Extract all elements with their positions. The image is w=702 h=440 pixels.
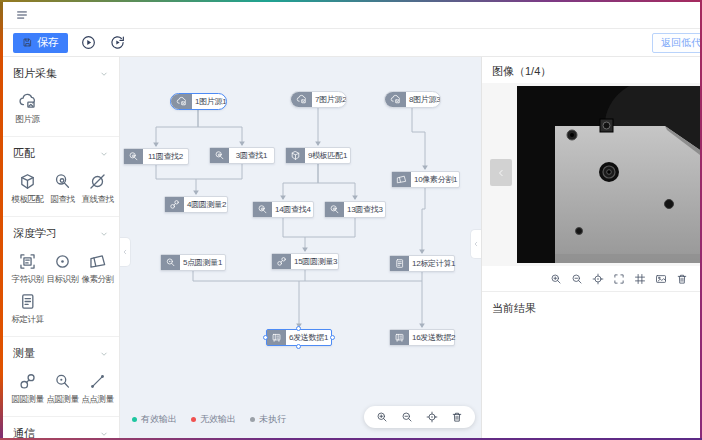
sidebar-tool-目标识别[interactable]: 目标识别	[45, 252, 80, 286]
sidebar-section-header[interactable]: 匹配	[3, 142, 119, 166]
legend-label: 无效输出	[200, 413, 236, 426]
circle-search-icon	[53, 172, 72, 191]
doc-calc-icon	[18, 292, 37, 311]
flow-node-12[interactable]: 12标定计算1	[389, 255, 455, 272]
node-label: 6发送数据1	[286, 330, 331, 345]
flow-node-16[interactable]: 16发送数据2	[389, 329, 455, 346]
flow-node-15[interactable]: 15圆圆测量3	[271, 253, 339, 270]
canvas-zoom-in-button[interactable]	[376, 411, 388, 423]
section-items: 图片源	[3, 86, 119, 129]
section-items: 字符识别目标识别像素分割标定计算	[3, 246, 119, 329]
prev-image-button[interactable]	[490, 159, 512, 186]
send-device-icon	[390, 330, 409, 345]
image-delete-button[interactable]	[676, 273, 688, 285]
canvas-zoom-out-button[interactable]	[401, 411, 413, 423]
frame-border-left	[0, 0, 3, 440]
circle-circle-icon	[18, 372, 37, 391]
sidebar-section-header[interactable]: 深度学习	[3, 222, 119, 246]
image-fullscreen-button[interactable]	[613, 273, 625, 285]
node-label: 5点圆测量1	[180, 255, 225, 270]
tool-label: 像素分割	[82, 274, 114, 286]
sidebar-tool-点圆测量[interactable]: 点圆测量	[45, 372, 80, 406]
canvas-delete-button[interactable]	[451, 411, 463, 423]
chevron-down-icon	[99, 69, 109, 79]
legend-dot	[191, 417, 196, 422]
flow-node-4[interactable]: 4圆圆测量2	[164, 196, 228, 213]
tool-label: 点点测量	[82, 394, 114, 406]
connection-handle-top[interactable]	[296, 326, 301, 331]
tool-label: 标定计算	[12, 314, 44, 326]
section-title: 匹配	[13, 146, 35, 161]
image-grid-button[interactable]	[634, 273, 646, 285]
node-label: 13圆查找3	[344, 202, 386, 217]
sidebar-section-header[interactable]: 图片采集	[3, 62, 119, 86]
run-loop-button[interactable]	[109, 34, 126, 51]
flow-node-11[interactable]: 11圆查找2	[123, 148, 189, 165]
flow-node-1[interactable]: 1图片源1	[170, 93, 227, 110]
flow-node-3[interactable]: 3圆查找1	[209, 147, 275, 164]
node-label: 16发送数据2	[409, 330, 458, 345]
chevron-down-icon	[99, 229, 109, 239]
cloud-image-icon	[291, 92, 312, 107]
image-toolbar	[482, 266, 700, 292]
flow-node-5[interactable]: 5点圆测量1	[160, 254, 226, 271]
sidebar-tool-圆圆测量[interactable]: 圆圆测量	[10, 372, 45, 406]
section-title: 深度学习	[13, 226, 57, 241]
sidebar-section-header[interactable]: 通信	[3, 422, 119, 438]
back-to-lowcode-button[interactable]: 返回低代	[652, 33, 702, 53]
sidebar-tool-模板匹配[interactable]: 模板匹配	[10, 172, 45, 206]
sidebar-section-header[interactable]: 测量	[3, 342, 119, 366]
connection-handle-left[interactable]	[263, 335, 268, 340]
flow-canvas[interactable]: 有效输出无效输出未执行 1图片源17图片源28图片源311圆查找23圆查找19模…	[120, 57, 481, 438]
sidebar-tool-圆查找[interactable]: 圆查找	[45, 172, 80, 206]
image-fit-button[interactable]	[655, 273, 667, 285]
sidebar-tool-字符识别[interactable]: 字符识别	[10, 252, 45, 286]
chevron-down-icon	[99, 349, 109, 359]
section-items: 模板匹配圆查找直线查找	[3, 166, 119, 209]
collapse-preview-handle[interactable]	[470, 229, 481, 259]
node-label: 10像素分割1	[411, 172, 460, 187]
legend-item: 有效输出	[132, 413, 177, 426]
sidebar-tool-像素分割[interactable]: 像素分割	[80, 252, 115, 286]
sidebar-tool-直线查找[interactable]: 直线查找	[80, 172, 115, 206]
sidebar-tool-图片源[interactable]: 图片源	[10, 92, 45, 126]
segment-icon	[88, 252, 107, 271]
connection-handle-right[interactable]	[330, 335, 335, 340]
section-items: 圆圆测量点圆测量点点测量	[3, 366, 119, 409]
save-button-label: 保存	[37, 35, 59, 50]
sidebar-tool-点点测量[interactable]: 点点测量	[80, 372, 115, 406]
send-device-icon	[267, 330, 286, 345]
flow-node-13[interactable]: 13圆查找3	[324, 201, 386, 218]
flow-node-8[interactable]: 8图片源3	[384, 91, 441, 108]
flow-node-9[interactable]: 9模板匹配1	[285, 147, 351, 164]
canvas-locate-button[interactable]	[426, 411, 438, 423]
tool-label: 图片源	[16, 114, 40, 126]
node-label: 8图片源3	[406, 92, 441, 107]
sidebar-tool-标定计算[interactable]: 标定计算	[10, 292, 45, 326]
flow-node-7[interactable]: 7图片源2	[290, 91, 347, 108]
legend-dot	[132, 417, 137, 422]
image-viewer	[482, 83, 700, 266]
image-locate-button[interactable]	[592, 273, 604, 285]
line-circle-icon	[88, 172, 107, 191]
sidebar-section-4: 通信	[3, 417, 119, 438]
section-title: 测量	[13, 346, 35, 361]
menu-icon[interactable]	[15, 8, 29, 22]
connection-handle-bottom[interactable]	[296, 344, 301, 349]
collapse-sidebar-handle[interactable]	[120, 237, 131, 267]
flow-node-6[interactable]: 6发送数据1	[266, 329, 332, 346]
node-label: 14圆查找4	[272, 202, 314, 217]
flow-node-14[interactable]: 14圆查找4	[252, 201, 314, 218]
cloud-image-icon	[171, 94, 192, 109]
legend-label: 有效输出	[141, 413, 177, 426]
image-zoom-out-button[interactable]	[571, 273, 583, 285]
cube-icon	[286, 148, 305, 163]
run-button[interactable]	[80, 34, 97, 51]
image-zoom-in-button[interactable]	[550, 273, 562, 285]
circle-circle-icon	[272, 254, 291, 269]
tool-label: 点圆测量	[47, 394, 79, 406]
save-button[interactable]: 保存	[13, 33, 68, 53]
tool-label: 目标识别	[47, 274, 79, 286]
flow-node-10[interactable]: 10像素分割1	[391, 171, 460, 188]
section-title: 图片采集	[13, 66, 57, 81]
